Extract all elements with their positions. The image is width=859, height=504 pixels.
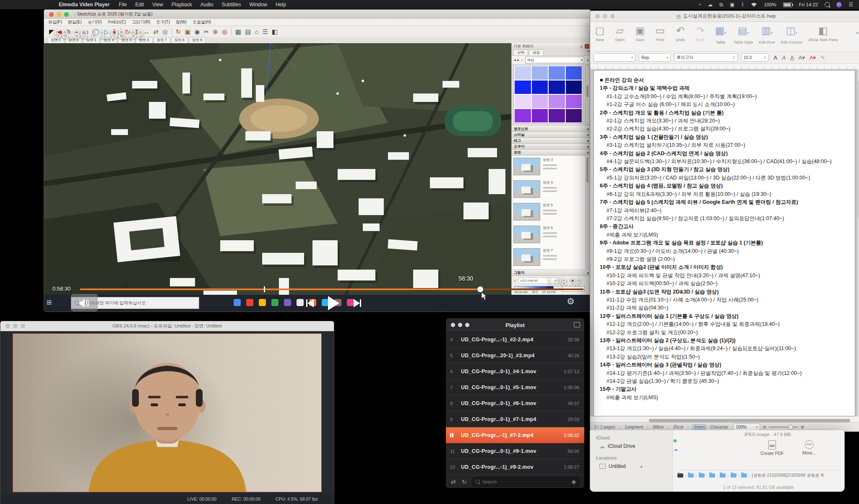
hwp-tool-open[interactable]: ▱Open	[613, 25, 627, 42]
playlist-row[interactable]: 9UD_CG-Progr...0-1)_#7-1.mp429:03	[446, 411, 584, 427]
bold-button[interactable]: A	[773, 55, 777, 61]
forward-icon[interactable]: ▸	[518, 58, 520, 62]
folder-icon[interactable]	[699, 473, 705, 478]
paint-tool-icon[interactable]: ◎	[162, 29, 168, 35]
menubar-item-help[interactable]: Help	[276, 2, 286, 8]
close-button[interactable]	[5, 324, 10, 328]
zoom-tool-icon[interactable]: ◉	[195, 29, 200, 35]
material-category-select[interactable]: 색상	[525, 57, 585, 63]
scene-thumbnail[interactable]	[513, 158, 540, 175]
section-styles[interactable]: 스타일▾	[512, 132, 591, 138]
zoom-button[interactable]	[64, 12, 69, 17]
pip-icon[interactable]	[574, 322, 580, 327]
scene-item[interactable]: 장면 6	[512, 223, 591, 246]
color-swatch[interactable]	[549, 81, 565, 94]
color-swatch[interactable]	[515, 81, 531, 94]
pan-tool-icon[interactable]: ▣	[185, 29, 190, 35]
hwp-tool-save[interactable]: ▣Save	[633, 25, 647, 42]
rep-select[interactable]: Rep.▾	[639, 53, 671, 62]
section-components[interactable]: 컴포넌트▾	[512, 126, 591, 132]
scene-thumbnail[interactable]	[513, 203, 540, 221]
hwp-tool-table-style[interactable]: ▤▾Table Style	[734, 25, 753, 44]
menubar-item-subtitles[interactable]: Subtitles	[221, 2, 241, 8]
menubar-app-name[interactable]: Elmedia Video Player	[59, 2, 109, 8]
pin-icon[interactable]: ⊙	[580, 44, 583, 49]
color-swatch[interactable]	[515, 109, 531, 122]
color-swatch[interactable]	[549, 109, 565, 122]
obs-status-icon[interactable]: ◔	[698, 0, 701, 9]
hwp-titlebar[interactable]: ▤ 도시설계표현응용(2020-1)-강의리스트.hwp	[590, 11, 859, 22]
siri-icon[interactable]	[836, 2, 842, 8]
scene-thumbnail[interactable]	[513, 248, 540, 266]
root-icon[interactable]	[677, 473, 683, 478]
more-button[interactable]: ••• More...	[802, 440, 816, 455]
materials-icon[interactable]: ▤	[245, 29, 251, 35]
color-swatch[interactable]	[566, 109, 582, 122]
zoom-in-icon[interactable]: ⊕	[801, 425, 804, 429]
playlist-row[interactable]: 5UD_CG-Progr...20-1)_#3.mp440:26	[446, 348, 584, 364]
color-swatch[interactable]	[532, 95, 548, 108]
hwp-tool-new[interactable]: ▢New	[593, 25, 607, 42]
home-icon[interactable]: ⌂	[255, 29, 258, 35]
status-insert[interactable]: Insert	[692, 424, 706, 430]
minimize-button[interactable]	[57, 12, 61, 17]
playlist-row[interactable]: 7UD_CG-Progr...0-1)_#5-1.mov1:06:06	[446, 379, 584, 395]
hwp-tool-redo[interactable]: ↷Redo	[693, 25, 708, 42]
zoom-out-icon[interactable]: ⊖	[763, 425, 766, 429]
zoom-slider[interactable]	[769, 426, 798, 428]
folder-icon[interactable]	[731, 473, 737, 478]
minimize-button[interactable]	[13, 324, 18, 328]
notification-center-icon[interactable]: ☰	[849, 0, 853, 9]
tape-tool-icon[interactable]: ⇄	[153, 29, 159, 35]
folder-icon[interactable]	[709, 473, 715, 478]
sketchup-menu-item[interactable]: 도움말(H)	[193, 19, 211, 25]
home-icon[interactable]: ⌂	[521, 58, 523, 62]
filter-chevron-icon[interactable]: ◉	[572, 479, 576, 485]
play-button[interactable]	[328, 296, 339, 310]
color-swatch[interactable]	[532, 109, 548, 122]
playlist-row[interactable]: 6UD_CG-Progr...0-1)_#4-1.mov1:07:12	[446, 364, 584, 379]
hwp-tool-edit-column[interactable]: ◫▾Edit Column	[781, 25, 803, 44]
volume-icon[interactable]	[78, 298, 90, 308]
scene-item[interactable]: 장면 4	[512, 178, 591, 201]
color-swatch[interactable]	[515, 66, 531, 80]
player-settings-gear-icon[interactable]: ⚙	[567, 296, 575, 307]
hwp-tool-show-task-pane[interactable]: ◧Show Task Pane	[808, 25, 838, 42]
geo-icon[interactable]: ◎	[222, 29, 227, 35]
scene-item[interactable]: 장면 7	[512, 246, 591, 269]
color-swatch[interactable]	[549, 66, 565, 80]
section-scenes[interactable]: 장면▾	[512, 150, 591, 156]
color-swatch[interactable]	[566, 95, 582, 108]
menubar-item-edit[interactable]: Edit	[135, 2, 144, 8]
vertical-scrollbar[interactable]	[857, 69, 859, 416]
select-tool-icon[interactable]: ◤	[49, 29, 54, 35]
create-pdf-button[interactable]: Create PDF	[760, 440, 784, 456]
webcam-preview[interactable]	[13, 334, 321, 492]
playlist-row[interactable]: 11UD_CG-Progr...0-1)_#9-1.mov56:00	[446, 443, 584, 459]
sketchup-menu-item[interactable]: 카메라(C)	[107, 19, 126, 25]
shuffle-icon[interactable]: ⇄	[451, 478, 456, 485]
window-controls[interactable]	[595, 14, 615, 18]
windows-start-icon[interactable]: ⊞	[47, 299, 52, 306]
scene-thumbnail[interactable]	[513, 226, 540, 243]
scene-tab[interactable]: 장면 9	[189, 37, 206, 43]
menubar-item-file[interactable]: File	[119, 2, 127, 8]
scene-tab[interactable]: 장면 7	[154, 37, 170, 43]
hwp-tool-table[interactable]: ▦▾Table	[713, 25, 728, 44]
sketchup-3d-viewport[interactable]	[44, 43, 511, 312]
back-icon[interactable]: ◂	[514, 58, 516, 62]
sketchup-menu-item[interactable]: 그리기(R)	[132, 19, 150, 25]
tray-header[interactable]: 기본 트레이 ⊙ ×	[512, 43, 591, 49]
eject-icon[interactable]: ▲	[640, 464, 643, 468]
wifi-icon[interactable]	[751, 3, 757, 7]
color-swatch[interactable]	[532, 66, 548, 80]
font-select[interactable]: 휴먼고딕⇕	[674, 53, 738, 62]
folder-icon[interactable]	[741, 473, 747, 478]
taskbar-app-icon[interactable]	[234, 299, 241, 306]
menubar-item-playback[interactable]: Playback	[172, 2, 192, 8]
taskbar-app-icon[interactable]	[246, 299, 253, 306]
highlight-button[interactable]: ✎	[820, 55, 825, 61]
input-source-icon[interactable]: ▣	[730, 0, 734, 9]
tray-close-icon[interactable]: ×	[585, 44, 589, 49]
selected-file-name[interactable]: [권형준-21925998]21925998 권형준 최	[752, 473, 824, 478]
